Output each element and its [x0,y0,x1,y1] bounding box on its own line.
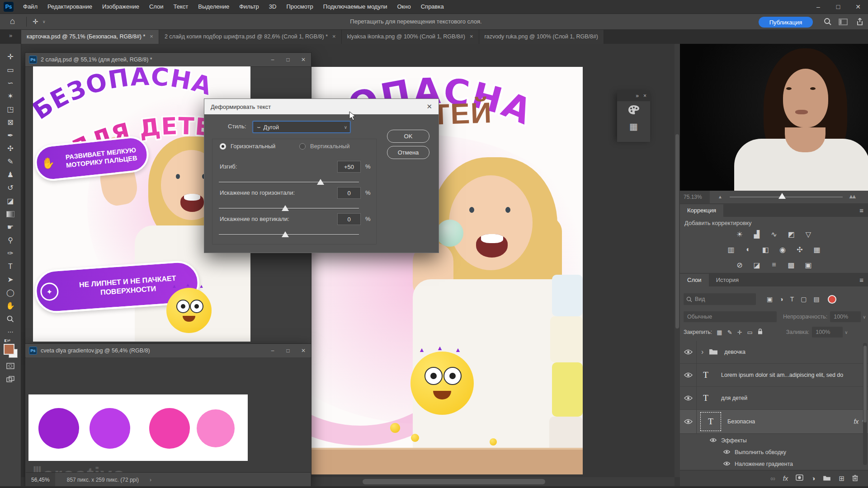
chevron-down-icon[interactable]: ∨ [863,314,866,319]
gradient-map-icon[interactable]: ▩ [786,260,797,269]
menu-help[interactable]: Справка [416,0,449,14]
zoom-in-icon[interactable]: ▲▲ [848,193,854,200]
tab-layers[interactable]: Слои [680,274,709,286]
tab-kartochka[interactable]: карточка.psd @ 75,1% (Безопасна, RGB/8#)… [21,29,159,44]
levels-icon[interactable]: ▟ [751,230,762,239]
color-balance-icon[interactable]: ◐ [743,245,754,254]
layer-row-group-devochka[interactable]: › девочка [680,341,868,364]
foreground-color-swatch[interactable] [4,344,14,355]
menu-edit[interactable]: Редактирование [42,0,97,14]
vertical-radio-label[interactable]: Вертикальный [310,143,349,150]
edit-toolbar-button[interactable]: ⋯ [4,325,17,338]
lock-artboard-icon[interactable]: ▭ [747,329,752,336]
smudge-tool[interactable]: ☛ [4,221,17,234]
bend-value-input[interactable]: +50 [337,161,361,173]
vibrance-icon[interactable]: ▽ [803,230,814,239]
vertical-distortion-slider-track[interactable] [219,234,359,235]
gradient-tool[interactable] [4,207,17,221]
horizontal-distortion-slider-track[interactable] [219,208,359,209]
gradient-overlay-effect-row[interactable]: Наложение градиента [680,458,868,470]
lasso-tool[interactable]: ∽ [4,76,17,89]
warp-style-select[interactable]: ⌣ Дугой ∨ [253,121,350,133]
delete-layer-icon[interactable] [852,474,858,483]
pen-tool[interactable]: ✑ [4,247,17,260]
opacity-value[interactable]: 100% [830,311,861,322]
blend-mode-select[interactable]: Обычные [684,311,777,322]
new-adjustment-layer-icon[interactable]: ◑ [811,474,815,482]
type-tool[interactable]: T [4,260,17,273]
search-icon[interactable] [824,18,832,28]
effect-visibility-icon[interactable] [723,461,730,467]
zoom-out-icon[interactable]: ▲ [718,194,722,199]
layer-row-dlya-detey[interactable]: T для детей [680,387,868,410]
filter-shape-icon[interactable]: ▢ [801,296,807,303]
dialog-close-icon[interactable]: ✕ [426,103,432,111]
vertical-scrollbar-thumb[interactable] [675,134,679,328]
color-lookup-icon[interactable]: ▦ [811,245,822,254]
tab-razvody[interactable]: razvody ruka.png @ 100% (Слой 1, RGB/8#) [479,29,604,44]
tab-history[interactable]: История [709,274,746,286]
close-dock-icon[interactable]: × [643,93,646,99]
crop-tool[interactable]: ◳ [4,103,17,116]
workspace-icon[interactable] [839,19,848,27]
object-selection-tool[interactable]: ✶ [4,89,17,103]
menu-window[interactable]: Окно [392,0,415,14]
menu-select[interactable]: Выделение [193,0,234,14]
filter-image-icon[interactable]: ▣ [767,296,773,303]
close-icon[interactable]: ✕ [296,347,311,354]
home-icon[interactable]: ⌂ [10,16,15,26]
layer-name[interactable]: Lorem ipsum dolor sit am...adipiscing el… [721,372,843,378]
filter-smart-object-icon[interactable]: ▤ [814,296,820,303]
visibility-toggle[interactable] [680,387,697,409]
bend-slider-thumb[interactable] [317,179,324,185]
effect-visibility-icon[interactable] [723,449,730,455]
tab-2-slide-copy[interactable]: 2 слайд копия подбор шрифта.psd @ 82,6% … [159,29,342,44]
black-white-icon[interactable]: ◧ [760,245,771,254]
photo-filter-icon[interactable]: ◉ [777,245,788,254]
app-close-icon[interactable]: ✕ [848,3,868,10]
zoom-tool[interactable] [4,312,17,325]
collapse-right-icon[interactable]: » [0,29,21,44]
layer-name[interactable]: Безопасна [727,418,755,425]
share-icon[interactable] [856,18,864,28]
hand-tool[interactable]: ✋ [4,299,17,312]
zoom-value[interactable]: 75.13% [680,191,710,203]
exposure-icon[interactable]: ◩ [786,230,797,239]
visibility-toggle[interactable] [680,364,697,386]
maximize-icon[interactable]: □ [280,56,296,63]
layer-row-bezopasna-selected[interactable]: T Безопасна fx ^ [680,410,868,434]
ellipse-tool[interactable]: ◯ [4,286,17,299]
panel-menu-icon[interactable]: ≡ [855,206,868,217]
invert-icon[interactable]: ⊘ [734,260,745,269]
vertical-distortion-slider-thumb[interactable] [282,231,289,237]
lock-position-icon[interactable]: ✛ [737,329,742,336]
link-layers-icon[interactable]: ∞ [770,474,775,482]
frame-tool[interactable]: ⊠ [4,116,17,129]
app-minimize-icon[interactable]: – [808,3,828,10]
visibility-toggle[interactable] [680,341,697,363]
lock-pixels-icon[interactable]: ✎ [727,329,732,336]
dodge-tool[interactable]: ⚲ [4,234,17,247]
horizontal-radio[interactable] [220,143,226,150]
healing-brush-tool[interactable]: ✣ [4,142,17,155]
clone-stamp-tool[interactable]: ♟ [4,168,17,181]
menu-view[interactable]: Просмотр [281,0,318,14]
tab-klyaksa[interactable]: klyaksa ikonka.png @ 100% (Слой 1, RGB/8… [342,29,479,44]
close-tab-icon[interactable]: × [332,33,336,40]
brightness-contrast-icon[interactable]: ☀ [734,230,745,239]
zoom-level-value[interactable]: 56,45% [26,473,55,487]
add-layer-mask-icon[interactable] [796,474,803,482]
quick-mask-icon[interactable] [4,359,17,372]
new-layer-icon[interactable]: ⊞ [839,474,844,483]
publish-button[interactable]: Публикация [759,17,813,28]
menu-3d[interactable]: 3D [264,0,282,14]
color-swatches[interactable]: ◧⇄ [4,342,17,357]
window-title-bar[interactable]: Ps 2 слайд.psd @ 55,1% (для детей, RGB/8… [25,53,311,67]
menu-layers[interactable]: Слои [144,0,169,14]
panel-menu-icon[interactable]: ≡ [855,276,868,286]
menu-filter[interactable]: Фильтр [234,0,264,14]
curves-icon[interactable]: ∿ [769,230,779,239]
zoom-slider-thumb[interactable] [778,193,786,199]
horizontal-distortion-input[interactable]: 0 [337,187,361,199]
rectangular-marquee-tool[interactable]: ▭ [4,63,17,76]
